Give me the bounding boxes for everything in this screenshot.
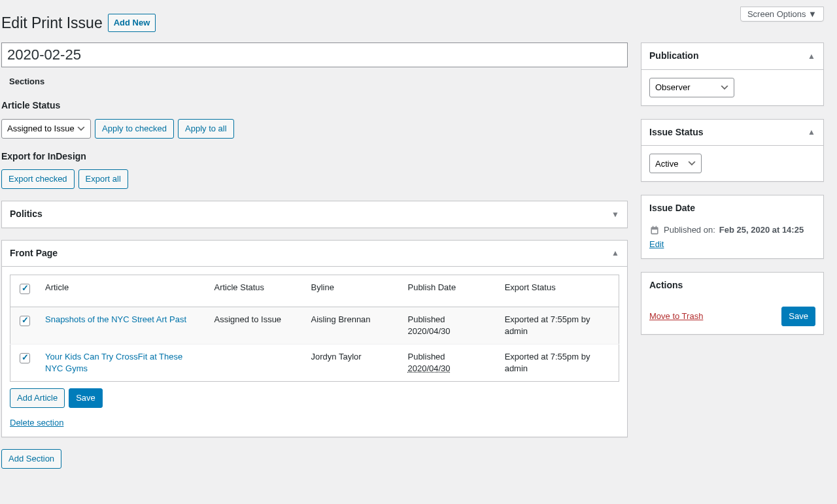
publish-date-cell: Published2020/04/30 (401, 307, 498, 344)
save-issue-button[interactable]: Save (781, 307, 815, 326)
section-front-page: Front Page ▲ Article Article Status Byli… (1, 240, 628, 438)
issue-date-heading: Issue Date (641, 195, 703, 222)
article-link[interactable]: Your Kids Can Try CrossFit at These NYC … (45, 352, 182, 373)
publication-heading: Publication (641, 43, 706, 69)
published-on-value: Feb 25, 2020 at 14:25 (719, 224, 804, 236)
article-status-cell (207, 344, 304, 381)
issue-date-box: Issue Date Published on: Feb 25, 2020 at… (641, 195, 824, 259)
select-all-checkbox[interactable] (20, 284, 30, 294)
byline-cell: Aisling Brennan (305, 307, 401, 344)
publish-date-cell: Published2020/04/30 (401, 344, 498, 381)
section-front-page-header[interactable]: Front Page ▲ (2, 241, 627, 267)
add-article-button[interactable]: Add Article (10, 388, 65, 408)
section-politics-header[interactable]: Politics ▼ (2, 201, 627, 227)
article-link[interactable]: Snapshots of the NYC Street Art Past (45, 314, 186, 324)
export-checked-button[interactable]: Export checked (1, 169, 75, 189)
section-front-page-title: Front Page (10, 247, 58, 260)
col-article: Article (39, 275, 207, 307)
row-checkbox[interactable] (20, 353, 30, 363)
edit-date-link[interactable]: Edit (649, 239, 664, 249)
apply-to-all-button[interactable]: Apply to all (178, 119, 234, 139)
apply-to-checked-button[interactable]: Apply to checked (95, 119, 174, 139)
section-politics-title: Politics (10, 208, 43, 221)
add-section-button[interactable]: Add Section (1, 449, 61, 469)
publication-box: Publication ▲ Observer (641, 42, 824, 106)
article-status-cell: Assigned to Issue (207, 307, 304, 344)
issue-status-box: Issue Status ▲ Active (641, 119, 824, 182)
col-publish-date: Publish Date (401, 275, 498, 307)
byline-cell: Jordyn Taylor (305, 344, 401, 381)
actions-box: Actions Move to Trash Save (641, 272, 824, 335)
article-status-select[interactable]: Assigned to Issue (1, 119, 91, 139)
export-status-cell: Exported at 7:55pm by admin (498, 307, 619, 344)
save-section-button[interactable]: Save (69, 388, 103, 408)
title-input[interactable] (1, 42, 628, 67)
sections-label: Sections (1, 69, 628, 88)
move-to-trash-link[interactable]: Move to Trash (649, 311, 703, 322)
col-export-status: Export Status (498, 275, 619, 307)
articles-table: Article Article Status Byline Publish Da… (10, 275, 619, 382)
issue-status-heading: Issue Status (641, 120, 711, 146)
add-new-button[interactable]: Add New (108, 14, 156, 32)
chevron-up-icon[interactable]: ▲ (800, 127, 823, 138)
publication-select[interactable]: Observer (649, 78, 734, 97)
article-status-heading: Article Status (1, 99, 628, 112)
delete-section-link[interactable]: Delete section (10, 418, 63, 428)
export-status-cell: Exported at 7:55pm by admin (498, 344, 619, 381)
chevron-up-icon: ▲ (611, 248, 619, 259)
page-title: Edit Print Issue (1, 12, 103, 33)
issue-status-select[interactable]: Active (649, 154, 702, 173)
table-row: Your Kids Can Try CrossFit at These NYC … (10, 344, 619, 381)
published-on-label: Published on: (664, 224, 715, 236)
export-all-button[interactable]: Export all (78, 169, 128, 189)
chevron-up-icon[interactable]: ▲ (800, 51, 823, 62)
col-status: Article Status (207, 275, 304, 307)
table-row: Snapshots of the NYC Street Art PastAssi… (10, 307, 619, 344)
actions-heading: Actions (641, 273, 691, 299)
export-heading: Export for InDesign (1, 150, 628, 163)
calendar-icon (649, 225, 660, 235)
section-politics: Politics ▼ (1, 201, 628, 228)
col-byline: Byline (305, 275, 401, 307)
chevron-down-icon: ▼ (611, 209, 619, 220)
row-checkbox[interactable] (20, 316, 30, 326)
screen-options-button[interactable]: Screen Options ▼ (740, 7, 824, 22)
